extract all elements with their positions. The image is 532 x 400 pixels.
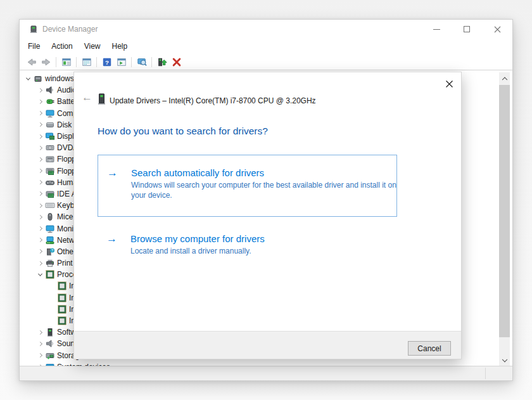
svg-text:?: ?	[105, 58, 109, 65]
search-automatically-option[interactable]: → Search automatically for drivers Windo…	[98, 155, 397, 217]
menu-help[interactable]: Help	[106, 40, 134, 53]
dialog-title: Update Drivers – Intel(R) Core(TM) i7-87…	[110, 96, 316, 105]
close-window-button[interactable]	[493, 25, 501, 33]
chevron-collapsed-icon[interactable]	[35, 155, 44, 164]
ide-icon	[45, 189, 55, 199]
tree-item-label: windows	[45, 74, 74, 83]
svg-text:?: ?	[51, 248, 53, 252]
show-console-tree-icon[interactable]	[60, 56, 72, 68]
forward-arrow-icon[interactable]	[40, 56, 52, 68]
chevron-collapsed-icon[interactable]	[35, 132, 44, 141]
update-drivers-dialog: ← Update Drivers – Intel(R) Core(TM) i7-…	[73, 72, 462, 359]
minimize-icon	[433, 29, 440, 30]
scroll-up-button[interactable]	[499, 72, 510, 83]
chevron-collapsed-icon[interactable]	[35, 259, 44, 268]
dialog-heading: How do you want to search for drivers?	[98, 126, 268, 137]
option-title[interactable]: Browse my computer for drivers	[130, 233, 265, 244]
chevron-expanded-icon[interactable]	[35, 270, 44, 279]
chevron-collapsed-icon[interactable]	[35, 143, 44, 152]
monitor-icon	[45, 108, 55, 119]
update-driver-icon[interactable]	[156, 56, 168, 68]
toolbar-separator	[131, 57, 132, 67]
chevron-collapsed-icon[interactable]	[35, 86, 44, 94]
toolbar-separator	[56, 57, 56, 67]
back-arrow-icon[interactable]	[25, 56, 37, 68]
hid-icon	[45, 177, 55, 188]
toolbar: ?	[20, 54, 512, 70]
chevron-collapsed-icon[interactable]	[35, 328, 44, 337]
menu-action[interactable]: Action	[46, 40, 78, 53]
vertical-scrollbar[interactable]	[499, 72, 510, 366]
software-icon	[45, 327, 55, 337]
chevron-collapsed-icon[interactable]	[35, 339, 44, 348]
monitor-icon	[45, 224, 55, 234]
computer-root-icon	[33, 74, 43, 84]
sound-icon	[45, 339, 55, 349]
chevron-collapsed-icon[interactable]	[35, 167, 44, 176]
mouse-icon	[45, 212, 55, 222]
chevron-collapsed-icon[interactable]	[35, 212, 44, 221]
chevron-collapsed-icon[interactable]	[35, 120, 44, 129]
chevron-spacer	[48, 305, 56, 314]
option-description: Locate and install a driver manually.	[130, 247, 396, 257]
floppy-icon	[45, 154, 55, 164]
chevron-collapsed-icon[interactable]	[35, 351, 44, 360]
cpu-icon	[57, 293, 67, 303]
floppy-board-icon	[45, 166, 55, 176]
menu-view[interactable]: View	[79, 40, 106, 53]
status-bar-divider	[485, 368, 486, 379]
device-icon	[98, 93, 105, 105]
dialog-close-button[interactable]	[443, 78, 455, 89]
option-description: Windows will search your computer for th…	[131, 181, 397, 200]
title-bar[interactable]: Device Manager	[20, 20, 512, 39]
chevron-collapsed-icon[interactable]	[35, 97, 44, 106]
printer-icon	[45, 258, 55, 268]
close-icon	[494, 26, 501, 33]
display-icon	[45, 131, 55, 141]
device-manager-window: Device Manager File Action View Help ? w…	[19, 19, 513, 381]
toolbar-separator	[76, 57, 77, 67]
chevron-spacer	[48, 281, 56, 290]
action-pane-icon[interactable]	[115, 56, 127, 68]
arrow-right-icon: →	[106, 233, 117, 244]
arrow-right-icon: →	[107, 167, 118, 178]
cpu-icon	[57, 281, 67, 291]
minimize-button[interactable]	[433, 25, 440, 33]
close-icon	[445, 80, 453, 88]
chevron-spacer	[48, 294, 56, 302]
chevron-collapsed-icon[interactable]	[35, 236, 44, 245]
chevron-up-icon	[502, 77, 507, 82]
toolbar-separator	[151, 57, 152, 67]
cpu-icon	[57, 316, 67, 326]
chevron-expanded-icon[interactable]	[23, 74, 32, 83]
dvd-icon	[45, 143, 55, 153]
option-title[interactable]: Search automatically for drivers	[131, 167, 264, 178]
chevron-collapsed-icon[interactable]	[35, 201, 44, 210]
cancel-button[interactable]: Cancel	[408, 341, 451, 356]
chevron-collapsed-icon[interactable]	[35, 109, 44, 118]
dialog-footer	[74, 331, 461, 359]
uninstall-red-x-icon[interactable]	[170, 56, 182, 68]
menu-file[interactable]: File	[22, 40, 46, 53]
desktop-background: { "window": { "title": "Device Manager",…	[0, 0, 532, 400]
cpu-icon	[45, 269, 55, 280]
maximize-button[interactable]	[463, 25, 471, 33]
menu-bar: File Action View Help	[20, 39, 512, 54]
toolbar-separator	[96, 57, 97, 67]
scan-hardware-icon[interactable]	[136, 56, 148, 68]
device-manager-app-icon	[28, 24, 39, 34]
scrollbar-thumb[interactable]	[499, 85, 510, 337]
scroll-down-button[interactable]	[499, 356, 510, 366]
chevron-collapsed-icon[interactable]	[35, 190, 44, 198]
browse-my-computer-option[interactable]: → Browse my computer for drivers Locate …	[98, 229, 397, 268]
unknown-device-icon: ?	[45, 247, 55, 257]
help-icon[interactable]: ?	[101, 56, 113, 68]
chevron-spacer	[48, 316, 56, 325]
storage-icon	[45, 351, 55, 361]
chevron-collapsed-icon[interactable]	[35, 247, 44, 256]
chevron-collapsed-icon[interactable]	[35, 224, 44, 233]
chevron-collapsed-icon[interactable]	[35, 178, 44, 187]
status-bar	[20, 366, 512, 380]
properties-icon[interactable]	[80, 56, 92, 68]
maximize-icon	[464, 26, 470, 32]
